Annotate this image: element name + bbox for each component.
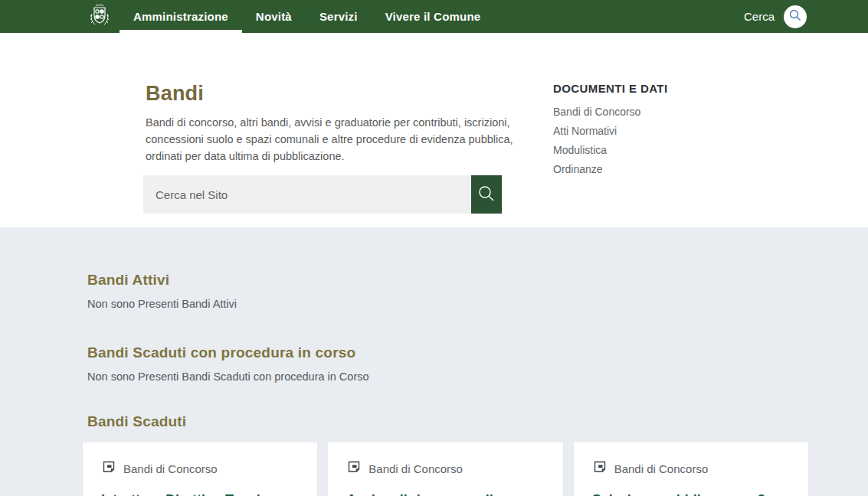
doc-link-modulistica[interactable]: Modulistica xyxy=(553,144,667,156)
bando-card[interactable]: Bandi di Concorso Avviso di ricerca per … xyxy=(328,442,562,496)
navbar-search-label[interactable]: Cerca xyxy=(744,10,775,23)
nav-item-servizi[interactable]: Servizi xyxy=(306,0,372,33)
card-title-link[interactable]: Selezione pubblica per n.2 posti per xyxy=(592,491,790,496)
nav-item-amministrazione[interactable]: Amministrazione xyxy=(120,0,242,33)
nav-item-novita[interactable]: Novità xyxy=(242,0,306,33)
bando-card[interactable]: Bandi di Concorso Istruttore Direttivo T… xyxy=(83,442,317,496)
doc-link-ordinanze[interactable]: Ordinanze xyxy=(553,163,667,175)
empty-text-bandi-scaduti-in-corso: Non sono Presenti Bandi Scaduti con proc… xyxy=(87,370,868,383)
card-category-label[interactable]: Bandi di Concorso xyxy=(123,462,218,475)
page-header: Bandi Bandi di concorso, altri bandi, av… xyxy=(0,33,868,227)
search-icon xyxy=(477,184,496,206)
top-navbar: Amministrazione Novità Servizi Vivere il… xyxy=(0,0,868,33)
bando-card[interactable]: Bandi di Concorso Selezione pubblica per… xyxy=(574,442,808,496)
main-menu: Amministrazione Novità Servizi Vivere il… xyxy=(120,0,494,33)
page-description: Bandi di concorso, altri bandi, avvisi e… xyxy=(146,114,545,165)
document-card-icon xyxy=(592,459,608,478)
page-title: Bandi xyxy=(146,82,204,106)
site-search-submit-button[interactable] xyxy=(471,175,502,214)
documents-panel-heading: DOCUMENTI E DATI xyxy=(553,82,667,95)
document-card-icon xyxy=(101,459,116,478)
document-card-icon xyxy=(346,459,362,478)
documents-panel: DOCUMENTI E DATI Bandi di Concorso Atti … xyxy=(553,82,667,182)
site-search xyxy=(143,175,502,214)
doc-link-atti-normativi[interactable]: Atti Normativi xyxy=(553,125,667,137)
card-title-link[interactable]: Avviso di ricerca per il xyxy=(346,491,544,496)
section-heading-bandi-attivi: Bandi Attivi xyxy=(87,272,868,289)
site-search-input[interactable] xyxy=(143,175,471,214)
card-title-link[interactable]: Istruttore Direttivo Tecnico e xyxy=(101,491,299,496)
content-area: Bandi Attivi Non sono Presenti Bandi Att… xyxy=(0,227,868,496)
doc-link-bandi-di-concorso[interactable]: Bandi di Concorso xyxy=(553,106,667,118)
bandi-card-list: Bandi di Concorso Istruttore Direttivo T… xyxy=(83,442,808,496)
nav-item-vivere-il-comune[interactable]: Vivere il Comune xyxy=(372,0,495,33)
coat-of-arms-icon xyxy=(86,2,113,32)
empty-text-bandi-attivi: Non sono Presenti Bandi Attivi xyxy=(87,298,868,310)
search-icon xyxy=(788,8,802,25)
section-heading-bandi-scaduti-in-corso: Bandi Scaduti con procedura in corso xyxy=(87,344,868,361)
card-category-label[interactable]: Bandi di Concorso xyxy=(614,462,709,475)
navbar-search-button[interactable] xyxy=(784,5,807,28)
section-heading-bandi-scaduti: Bandi Scaduti xyxy=(87,413,868,430)
card-category-label[interactable]: Bandi di Concorso xyxy=(368,462,463,475)
comune-logo[interactable] xyxy=(86,0,113,33)
